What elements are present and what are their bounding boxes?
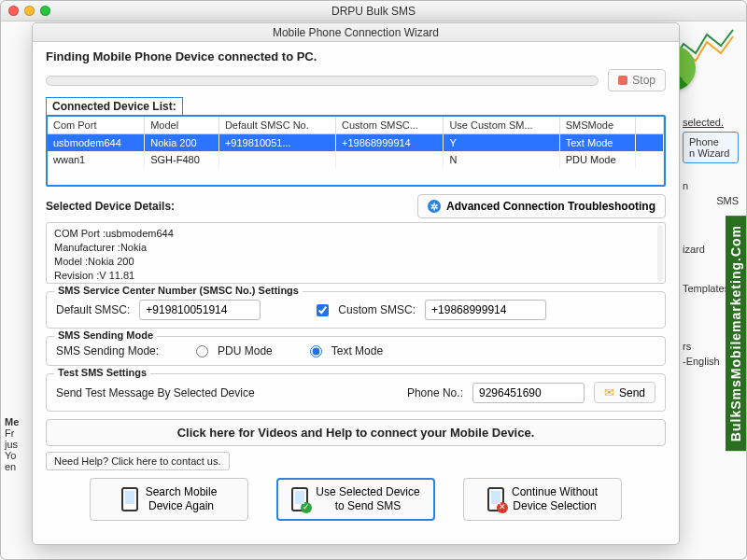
- phone-x-icon: [487, 487, 504, 511]
- bg-selected-link: selected.: [683, 117, 739, 128]
- custom-smsc-input[interactable]: [425, 300, 546, 320]
- device-details-box[interactable]: COM Port :usbmodem644 Manufacturer :Noki…: [46, 222, 666, 284]
- stop-button[interactable]: Stop: [608, 69, 666, 91]
- default-smsc-input[interactable]: [139, 300, 261, 320]
- gear-icon: ✲: [428, 200, 441, 213]
- col-custom-smsc[interactable]: Custom SMSC...: [336, 117, 444, 134]
- sms-mode-group: SMS Sending Mode SMS Sending Mode: PDU M…: [46, 336, 666, 366]
- help-videos-bar[interactable]: Click here for Videos and Help to connec…: [46, 419, 666, 446]
- phone-no-input[interactable]: [472, 383, 585, 403]
- envelope-icon: ✉: [604, 385, 614, 399]
- main-titlebar: DRPU Bulk SMS: [1, 1, 746, 21]
- table-row[interactable]: usbmodem644Nokia 200 +919810051...+19868…: [48, 134, 664, 152]
- continue-without-button[interactable]: Continue Without Device Selection: [463, 478, 622, 521]
- phone-no-label: Phone No.:: [407, 386, 463, 399]
- advanced-troubleshooting-button[interactable]: ✲ Advanced Connection Troubleshooting: [417, 194, 666, 218]
- phone-check-icon: [291, 487, 308, 511]
- connection-wizard-dialog: Mobile Phone Connection Wizard Finding M…: [32, 22, 680, 545]
- custom-smsc-label: Custom SMSC:: [338, 303, 416, 316]
- default-smsc-label: Default SMSC:: [56, 303, 130, 316]
- use-selected-device-button[interactable]: Use Selected Device to Send SMS: [276, 478, 435, 521]
- col-default-smsc[interactable]: Default SMSC No.: [218, 117, 335, 134]
- test-sms-label: Send Test Message By Selected Device: [56, 386, 255, 399]
- scan-progress-bar: [46, 76, 599, 86]
- main-window-title: DRPU Bulk SMS: [1, 5, 746, 18]
- search-again-button[interactable]: Search Mobile Device Again: [90, 478, 248, 521]
- need-help-link[interactable]: Need Help? Click here to contact us.: [46, 452, 230, 470]
- wizard-title: Mobile Phone Connection Wizard: [33, 23, 679, 42]
- col-smsmode[interactable]: SMSMode: [559, 117, 635, 134]
- device-table[interactable]: Com Port Model Default SMSC No. Custom S…: [46, 115, 666, 187]
- connected-device-list-label: Connected Device List:: [46, 97, 183, 116]
- col-use-custom[interactable]: Use Custom SM...: [444, 117, 559, 134]
- send-test-button[interactable]: ✉ Send: [594, 382, 655, 403]
- custom-smsc-checkbox[interactable]: [317, 304, 329, 316]
- col-comport[interactable]: Com Port: [48, 117, 145, 134]
- test-sms-group: Test SMS Settings Send Test Message By S…: [46, 373, 666, 412]
- smsc-settings-group: SMS Service Center Number (SMSC No.) Set…: [46, 291, 666, 329]
- col-model[interactable]: Model: [145, 117, 219, 134]
- text-mode-radio[interactable]: [310, 345, 322, 357]
- stop-icon: [618, 76, 627, 85]
- phone-icon: [121, 487, 138, 511]
- sms-mode-label: SMS Sending Mode:: [56, 344, 159, 357]
- finding-label: Finding Mobile Phone Device connected to…: [46, 49, 666, 63]
- selected-device-details-label: Selected Device Details:: [46, 200, 175, 213]
- pdu-mode-radio[interactable]: [196, 345, 208, 357]
- details-scrollbar[interactable]: [657, 225, 663, 281]
- side-watermark: BulkSmsMobilemarketing.Com: [726, 216, 746, 451]
- table-row[interactable]: wwan1SGH-F480 NPDU Mode: [48, 151, 664, 168]
